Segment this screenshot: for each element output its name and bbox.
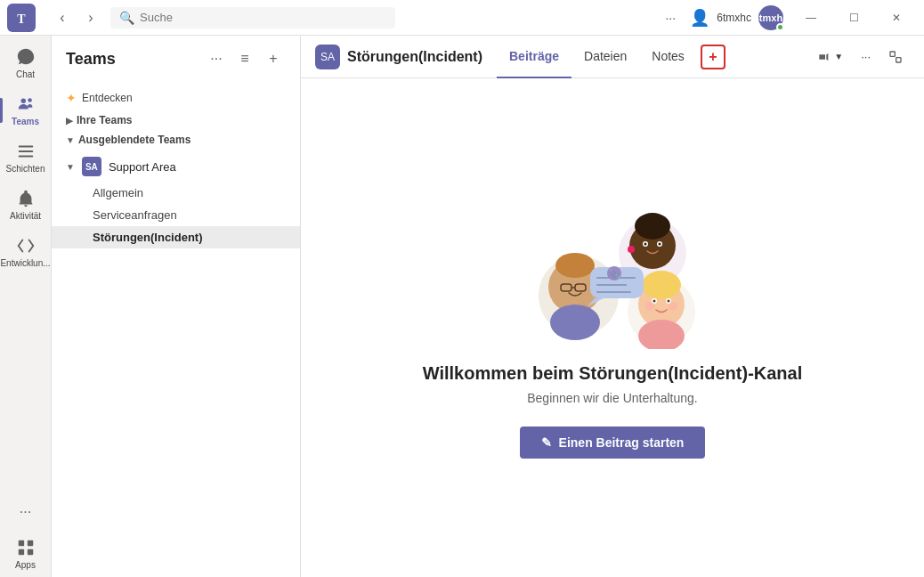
chat-label: Chat — [16, 69, 35, 79]
svg-point-3 — [28, 98, 32, 102]
search-input[interactable] — [140, 11, 386, 24]
svg-point-2 — [20, 99, 26, 104]
video-call-button[interactable]: ▼ — [809, 43, 850, 71]
expand-button[interactable] — [881, 43, 910, 71]
search-icon: 🔍 — [119, 11, 134, 25]
team-chevron-down-icon: ▼ — [66, 162, 75, 172]
discover-label: Entdecken — [82, 92, 133, 104]
avatar[interactable]: 6tmxhc — [758, 5, 783, 30]
expand-icon — [888, 50, 903, 64]
welcome-illustration: 📎 — [515, 198, 710, 349]
welcome-title: Willkommen beim Störungen(Incident)-Kana… — [423, 363, 803, 384]
svg-rect-12 — [896, 57, 901, 61]
title-bar-left: T ‹ › 🔍 — [7, 4, 395, 32]
team-icon: SA — [82, 157, 101, 176]
window-controls: — ☐ ✕ — [790, 4, 917, 32]
welcome-text: Willkommen beim Störungen(Incident)-Kana… — [423, 363, 803, 405]
support-area-group: ▼ SA Support Area Allgemein Serviceanfra… — [52, 150, 300, 250]
svg-rect-10 — [27, 549, 32, 555]
channel-serviceanfragen[interactable]: Serviceanfragen — [52, 204, 300, 226]
tab-dateien[interactable]: Dateien — [571, 36, 639, 78]
svg-rect-11 — [890, 52, 895, 56]
svg-point-35 — [653, 299, 656, 302]
channel-tabs: Beiträge Dateien Notes + — [497, 36, 725, 78]
ihre-teams-label: Ihre Teams — [77, 114, 132, 126]
svg-point-30 — [642, 271, 681, 299]
channel-body: 📎 Willkommen beim Störungen(Incident)-Ka… — [301, 78, 924, 577]
sparkle-icon: ✦ — [66, 91, 77, 105]
title-bar: T ‹ › 🔍 ··· 👤 6tmxhc 6tmxhc — ☐ ✕ — [0, 0, 924, 36]
svg-point-36 — [668, 299, 670, 302]
entwicklung-icon — [15, 235, 36, 256]
svg-rect-8 — [27, 540, 32, 546]
svg-point-26 — [644, 242, 647, 245]
sidebar-icons: Chat Teams Schichten — [0, 36, 52, 577]
entwicklung-label: Entwicklun... — [0, 258, 50, 268]
chevron-right-icon: ▶ — [66, 116, 73, 126]
edit-icon: ✎ — [541, 435, 552, 450]
main-content: SA Störungen(Incident) Beiträge Dateien … — [301, 36, 924, 577]
sidebar-item-chat[interactable]: Chat — [0, 39, 51, 86]
status-badge — [776, 23, 784, 31]
teams-title: Teams — [66, 50, 197, 69]
ausgeblendete-header[interactable]: ▼ Ausgeblendete Teams — [52, 130, 300, 150]
chat-icon — [15, 46, 36, 68]
main-layout: Chat Teams Schichten — [0, 36, 924, 577]
sidebar-item-teams[interactable]: Teams — [0, 86, 51, 134]
channel-allgemein[interactable]: Allgemein — [52, 182, 300, 204]
teams-more-button[interactable]: ··· — [204, 46, 229, 71]
start-btn-label: Einen Beitrag starten — [559, 435, 685, 450]
channel-header: SA Störungen(Incident) Beiträge Dateien … — [301, 36, 924, 78]
teams-add-button[interactable]: + — [261, 46, 286, 71]
chevron-down-icon: ▼ — [66, 135, 75, 145]
tab-beitrage[interactable]: Beiträge — [497, 36, 571, 78]
more-icon: ··· — [15, 501, 36, 523]
schichten-icon — [15, 141, 36, 162]
teams-label: Teams — [12, 117, 39, 126]
schichten-label: Schichten — [6, 164, 45, 174]
aktivitat-label: Aktivität — [10, 211, 41, 221]
maximize-button[interactable]: ☐ — [833, 4, 874, 32]
minimize-button[interactable]: — — [790, 4, 831, 32]
teams-panel: Teams ··· ≡ + ✦ Entdecken ▶ Ihre Teams ▼… — [52, 36, 301, 577]
channel-storungen[interactable]: Störungen(Incident) — [52, 226, 300, 248]
sidebar-item-entwicklung[interactable]: Entwicklun... — [0, 228, 51, 275]
back-button[interactable]: ‹ — [50, 5, 75, 30]
svg-rect-4 — [18, 146, 33, 148]
apps-icon — [15, 537, 36, 558]
sidebar-item-more[interactable]: ··· — [0, 494, 51, 530]
video-icon — [816, 50, 831, 64]
ihre-teams-header[interactable]: ▶ Ihre Teams — [52, 110, 300, 130]
user-profile-icon: 👤 — [690, 8, 709, 28]
start-post-button[interactable]: ✎ Einen Beitrag starten — [520, 427, 706, 459]
svg-point-19 — [550, 305, 600, 340]
teams-icon — [15, 93, 36, 115]
channel-more-button[interactable]: ··· — [854, 43, 878, 71]
ausgeblendete-label: Ausgeblendete Teams — [78, 134, 190, 146]
aktivitat-icon — [15, 188, 36, 209]
sidebar-item-apps[interactable]: Apps — [0, 530, 51, 577]
close-button[interactable]: ✕ — [876, 4, 917, 32]
username-label: 6tmxhc — [717, 12, 751, 24]
teams-list: ✦ Entdecken ▶ Ihre Teams ▼ Ausgeblendete… — [52, 82, 300, 577]
chevron-video-icon: ▼ — [834, 52, 843, 61]
add-tab-button[interactable]: + — [701, 45, 725, 69]
svg-rect-6 — [18, 156, 33, 158]
teams-header: Teams ··· ≡ + — [52, 36, 300, 82]
teams-filter-button[interactable]: ≡ — [232, 46, 257, 71]
teams-header-actions: ··· ≡ + — [204, 46, 286, 71]
svg-rect-9 — [18, 549, 23, 555]
svg-text:T: T — [17, 12, 26, 26]
tab-notes[interactable]: Notes — [639, 36, 697, 78]
svg-point-23 — [628, 246, 635, 253]
support-area-team[interactable]: ▼ SA Support Area — [52, 151, 300, 182]
discover-item[interactable]: ✦ Entdecken — [52, 85, 300, 110]
forward-button[interactable]: › — [78, 5, 103, 30]
teams-logo-icon: T — [7, 4, 36, 32]
svg-point-22 — [635, 213, 670, 240]
more-options-button[interactable]: ··· — [658, 5, 683, 30]
search-bar[interactable]: 🔍 — [110, 7, 395, 28]
sidebar-item-aktivitat[interactable]: Aktivität — [0, 181, 51, 228]
channel-name: Störungen(Incident) — [347, 49, 482, 65]
sidebar-item-schichten[interactable]: Schichten — [0, 134, 51, 181]
